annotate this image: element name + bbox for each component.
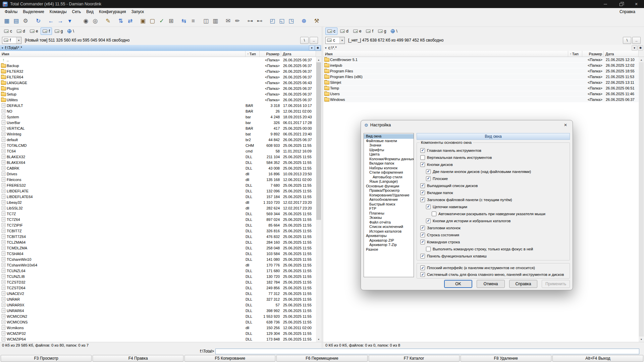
folder-row[interactable]: Program Files (x86)<Папка>21.06.2025 11:… — [323, 74, 639, 80]
menu-network[interactable]: Сеть — [69, 9, 84, 15]
checkbox[interactable] — [432, 212, 436, 216]
file-row[interactable]: TCUNZLIBDLL130 72025.06.2025 11:55 — [0, 274, 316, 279]
menu-commands[interactable]: Команды — [47, 9, 69, 15]
f7-mkdir-button[interactable]: F7 Каталог — [369, 355, 460, 362]
scroll-down-button[interactable]: ▼ — [316, 337, 321, 342]
file-row[interactable]: LIBDEFLATE64DLL157 18425.06.2025 11:55 — [0, 194, 316, 199]
path-bar-left[interactable]: ▾ f:\Total\*.* ▾ ✱ — [0, 45, 321, 51]
file-row[interactable]: defaultbr244 84226.06.2025 06:37 — [0, 137, 316, 142]
decode-button[interactable]: ✏ — [233, 16, 242, 26]
settings-tree-item[interactable]: Файловые панели — [364, 139, 414, 143]
checkbox[interactable]: ✓ — [426, 204, 431, 209]
encode-button[interactable]: ✉ — [223, 16, 233, 26]
column-header-name[interactable]: Имя — [323, 51, 568, 57]
checkbox[interactable]: ✓ — [420, 240, 425, 244]
history-button-left[interactable]: ▾ — [309, 45, 315, 51]
file-row[interactable]: FRERES32DLL7 68025.06.2025 11:55 — [0, 182, 316, 188]
settings-tree-item[interactable]: Правка/Просмотр — [364, 188, 414, 193]
checkbox[interactable]: ✓ — [420, 265, 425, 270]
file-row[interactable]: UNRARDLL327 31225.06.2025 11:55 — [0, 296, 316, 302]
file-row[interactable]: LIBDEFLATEDLL132 09625.06.2025 11:55 — [0, 188, 316, 194]
checkbox[interactable]: ✓ — [426, 176, 431, 181]
menu-files[interactable]: Файлы — [2, 9, 20, 15]
file-row[interactable]: TC64cmd5811.01.2012 16:09 — [0, 148, 316, 154]
drive-button-e[interactable]: e — [28, 27, 40, 35]
folder-row[interactable]: Backup<Папка>26.06.2025 06:37 — [0, 63, 316, 68]
new-tab-button[interactable]: ▦ — [2, 16, 11, 26]
file-row[interactable]: DEFAULTBAR3 31817.06.2016 10:17 — [0, 103, 316, 108]
menu-help[interactable]: Справка — [617, 9, 638, 15]
file-row[interactable]: Wcmikonsdll150 25612.06.2011 02:00 — [0, 325, 316, 330]
column-header-ext[interactable]: ↑Тип — [246, 51, 260, 57]
column-header-date[interactable]: Дата — [281, 51, 316, 57]
file-row[interactable]: WCMZIP64DLL173 84825.06.2025 11:55 — [0, 336, 316, 342]
breadcrumb-icon[interactable]: ▾ — [2, 46, 3, 50]
folder-row[interactable]: FILTER32<Папка>26.06.2025 06:37 — [0, 68, 316, 74]
scroll-down-button[interactable]: ▼ — [639, 337, 644, 342]
cancel-button[interactable]: Отмена — [477, 280, 505, 288]
folder-row[interactable]: Program Files<Папка>25.06.2025 18:55 — [323, 68, 639, 74]
file-row[interactable]: BLAKEX64DLL584 35225.06.2025 11:55 — [0, 160, 316, 165]
menu-selection[interactable]: Выделение — [20, 9, 47, 15]
settings-tree-item[interactable]: Шрифты — [364, 148, 414, 153]
refresh-button[interactable]: ↻ — [34, 16, 43, 26]
folder-row[interactable]: Plugins<Папка>26.06.2025 06:37 — [0, 85, 316, 91]
ok-button[interactable]: OK — [444, 280, 472, 288]
settings-tree-item[interactable]: Архиватор ZIP — [364, 238, 414, 243]
scrollbar-left[interactable]: ▲ ▼ — [316, 57, 321, 342]
column-header-date[interactable]: Дата — [604, 51, 639, 57]
folder-row[interactable]: inetpub<Папка>26.06.2025 12:02 — [323, 63, 639, 68]
settings-tree-item[interactable]: Автообновление — [364, 197, 414, 202]
checkbox[interactable]: ✓ — [420, 254, 425, 258]
settings-tree-item[interactable]: Копирование/Удаление — [364, 193, 414, 198]
file-row[interactable]: TCUNZL64DLL171 68025.06.2025 11:55 — [0, 268, 316, 274]
settings-tree-item[interactable]: Разное — [364, 247, 414, 252]
file-row[interactable]: TC7ZIPIFDLL85 66425.06.2025 11:55 — [0, 222, 316, 228]
folder-row[interactable]: Setup<Папка>26.06.2025 06:37 — [0, 91, 316, 97]
settings-tree-item[interactable]: Значки — [364, 143, 414, 148]
checkbox[interactable]: ✓ — [420, 197, 425, 202]
ftp-connect-button[interactable]: ⇅ — [116, 16, 125, 26]
test-archives-button[interactable]: ✓ — [157, 16, 166, 26]
checkbox[interactable]: ✓ — [426, 219, 431, 223]
file-row[interactable]: Drivesdll16 89610.09.2013 23:50 — [0, 171, 316, 177]
file-row[interactable]: TCZSTD64DLL249 85625.06.2025 11:55 — [0, 285, 316, 291]
drive-button-network[interactable]: \ — [65, 27, 76, 35]
drive-button-c[interactable]: c — [325, 27, 337, 35]
settings-tree-item[interactable]: Файл отчёта — [364, 220, 414, 225]
menu-view[interactable]: Вид — [84, 9, 96, 15]
checkbox[interactable]: ✓ — [420, 272, 425, 277]
calculate-space-button[interactable]: ⊞ — [166, 16, 176, 26]
f8-delete-button[interactable]: F8 Удаление — [461, 355, 551, 362]
scroll-up-button[interactable]: ▲ — [639, 57, 644, 62]
settings-tree-item[interactable]: Стили оформления — [364, 170, 414, 175]
folder-row[interactable]: Windows<Папка>26.06.2025 06:37 — [323, 97, 639, 103]
maximize-button[interactable] — [613, 0, 629, 8]
scrollbar-right[interactable]: ▲ ▼ — [639, 57, 644, 342]
settings-tree-item[interactable]: Вид окна — [364, 134, 414, 139]
chevron-down-icon[interactable]: ▾ — [16, 37, 21, 44]
sync-dirs-button[interactable]: ⇆ — [179, 16, 189, 26]
drive-button-g[interactable]: g — [53, 27, 65, 35]
local-net-button[interactable]: ◱ — [277, 16, 286, 26]
settings-tree-item[interactable]: Цвета — [364, 152, 414, 157]
close-button[interactable]: ✕ — [629, 0, 644, 8]
settings-tree-item[interactable]: Архиватор 7-Zip — [364, 243, 414, 247]
file-row[interactable]: UNRAR64DLL398 99225.06.2025 11:55 — [0, 308, 316, 313]
drive-combo-right[interactable]: c ▾ — [325, 37, 345, 44]
altf4-exit-button[interactable]: Alt+F4 Выход — [552, 355, 643, 362]
dialog-title-bar[interactable]: ⚙ Настройка ✕ — [361, 120, 573, 130]
folder-history-button[interactable]: ▾ — [65, 16, 74, 26]
drive-button-c[interactable]: c — [2, 27, 14, 35]
ftp-url-button[interactable]: ⇄ — [125, 16, 135, 26]
root-dir-button-right[interactable]: \ — [623, 37, 631, 44]
unpack-button[interactable]: ▢ — [148, 16, 157, 26]
f4-edit-button[interactable]: F4 Правка — [93, 355, 183, 362]
column-header-size[interactable]: Размер — [260, 51, 281, 57]
checkbox[interactable]: ✓ — [420, 183, 425, 188]
settings-tree-item[interactable]: Плагины — [364, 211, 414, 216]
file-row[interactable]: TCZSTD32DLL182 78425.06.2025 11:55 — [0, 279, 316, 285]
checkbox[interactable]: ✓ — [420, 226, 425, 230]
settings-tree-item[interactable]: Список исключений — [364, 225, 414, 229]
file-row[interactable]: UNRAR9XDLL5725.06.2025 11:55 — [0, 302, 316, 308]
